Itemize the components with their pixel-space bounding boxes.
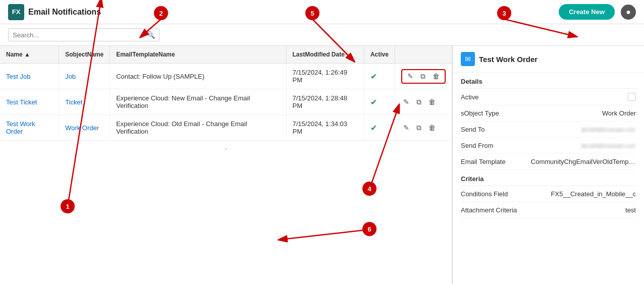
cell-template: Experience Cloud: New Email - Change Ema… (110, 89, 286, 115)
cell-template: Experience Cloud: Old Email - Change Ema… (110, 115, 286, 141)
cell-actions: ✎ ⧉ 🗑 (395, 115, 452, 141)
page-title: Email Notifications (28, 8, 101, 17)
email-icon: ✉ (461, 52, 475, 66)
edit-button[interactable]: ✎ (401, 123, 411, 133)
copy-button[interactable]: ⧉ (414, 97, 423, 107)
col-name[interactable]: Name ▲ (0, 46, 59, 64)
active-label: Active (461, 93, 478, 101)
delete-button[interactable]: 🗑 (426, 123, 438, 133)
action-cell: ✎ ⧉ 🗑 (401, 97, 446, 107)
detail-attachment-criteria: Attachment Criteria test (461, 202, 636, 218)
table-row: Test Work Order Work Order Experience Cl… (0, 115, 452, 141)
cell-actions: ✎ ⧉ 🗑 (395, 89, 452, 115)
detail-conditions-field: Conditions Field FX5__Created_in_Mobile_… (461, 186, 636, 202)
cell-active: ✔ (364, 89, 395, 115)
sobject-type-label: sObject Type (461, 109, 499, 117)
col-sobject[interactable]: SobjectName (59, 46, 110, 64)
fx-logo: FX (8, 4, 24, 20)
cell-actions: ✎ ⧉ 🗑 (395, 64, 452, 89)
active-check-icon: ✔ (370, 124, 377, 132)
send-to-value: abcdef@example.com (580, 127, 636, 133)
sobject-link[interactable]: Ticket (65, 98, 82, 106)
table-panel: Name ▲ SobjectName EmailTemplateName Las… (0, 46, 452, 284)
cell-active: ✔ (364, 64, 395, 89)
header: FX Email Notifications Create New ● (0, 0, 644, 24)
delete-button[interactable]: 🗑 (431, 71, 442, 81)
send-from-label: Send From (461, 142, 493, 149)
cell-lastmodified: 7/15/2024, 1:34:03 PM (286, 115, 364, 141)
col-template[interactable]: EmailTemplateName (110, 46, 286, 64)
action-cell: ✎ ⧉ 🗑 (401, 123, 446, 133)
action-cell-highlighted: ✎ ⧉ 🗑 (401, 69, 446, 84)
active-check-icon: ✔ (370, 98, 377, 106)
cell-lastmodified: 7/15/2024, 1:26:49 PM (286, 64, 364, 89)
detail-send-from: Send From abcdef@example.com (461, 138, 636, 154)
active-checkbox[interactable] (628, 93, 636, 101)
row-name-link[interactable]: Test Ticket (6, 98, 37, 106)
avatar[interactable]: ● (621, 5, 636, 20)
detail-active: Active (461, 89, 636, 105)
email-template-value: CommunityChgEmailVerOldTemplate (531, 158, 636, 165)
right-panel-header: ✉ Test Work Order (453, 46, 644, 73)
right-panel: ✉ Test Work Order Details Active sObject… (452, 46, 644, 284)
table-row: Test Ticket Ticket Experience Cloud: New… (0, 89, 452, 115)
sobject-link[interactable]: Job (65, 73, 76, 80)
cell-sobject: Job (59, 64, 110, 89)
criteria-section: Criteria Conditions Field FX5__Created_i… (453, 170, 644, 218)
copy-button[interactable]: ⧉ (414, 123, 423, 133)
attachment-criteria-label: Attachment Criteria (461, 206, 517, 214)
cell-template: Contact: Follow Up (SAMPLE) (110, 64, 286, 89)
header-right: Create New ● (559, 4, 636, 20)
col-actions (395, 46, 452, 64)
detail-sobject-type: sObject Type Work Order (461, 105, 636, 122)
col-active[interactable]: Active (364, 46, 395, 64)
header-left: FX Email Notifications (8, 4, 101, 20)
cell-name: Test Ticket (0, 89, 59, 115)
detail-email-template: Email Template CommunityChgEmailVerOldTe… (461, 154, 636, 170)
edit-button[interactable]: ✎ (405, 71, 415, 81)
pagination-dash: - (225, 145, 227, 152)
cell-sobject: Work Order (59, 115, 110, 141)
cell-active: ✔ (364, 115, 395, 141)
sobject-type-value: Work Order (602, 109, 636, 117)
cell-lastmodified: 7/15/2024, 1:28:48 PM (286, 89, 364, 115)
search-input-wrap: 🔍 (8, 28, 159, 41)
row-name-link[interactable]: Test Work Order (6, 120, 35, 135)
cell-name: Test Job (0, 64, 59, 89)
criteria-section-header: Criteria (461, 170, 636, 186)
attachment-criteria-value: test (625, 206, 636, 214)
main-layout: Name ▲ SobjectName EmailTemplateName Las… (0, 46, 644, 284)
pagination-area: - (0, 141, 452, 156)
delete-button[interactable]: 🗑 (426, 97, 438, 107)
send-from-value: abcdef@example.com (580, 143, 636, 149)
table-header-row: Name ▲ SobjectName EmailTemplateName Las… (0, 46, 452, 64)
copy-button[interactable]: ⧉ (418, 71, 427, 82)
table-row: Test Job Job Contact: Follow Up (SAMPLE)… (0, 64, 452, 89)
col-lastmodified[interactable]: LastModified Date (286, 46, 364, 64)
search-icon: 🔍 (146, 31, 155, 39)
sobject-link[interactable]: Work Order (65, 124, 99, 132)
conditions-field-value: FX5__Created_in_Mobile__c (551, 190, 636, 198)
conditions-field-label: Conditions Field (461, 190, 508, 198)
cell-sobject: Ticket (59, 89, 110, 115)
active-check-icon: ✔ (370, 72, 377, 81)
create-new-button[interactable]: Create New (559, 4, 615, 20)
sort-indicator: ▲ (24, 51, 30, 58)
detail-send-to: Send To abcdef@example.com (461, 122, 636, 138)
send-to-label: Send To (461, 126, 485, 133)
search-bar: 🔍 (0, 24, 644, 46)
details-section-header: Details (461, 73, 636, 89)
email-template-label: Email Template (461, 158, 506, 165)
notifications-table: Name ▲ SobjectName EmailTemplateName Las… (0, 46, 452, 141)
search-input[interactable] (13, 31, 146, 39)
row-name-link[interactable]: Test Job (6, 73, 30, 80)
right-panel-title: Test Work Order (479, 55, 538, 64)
edit-button[interactable]: ✎ (401, 97, 411, 107)
details-section: Details Active sObject Type Work Order S… (453, 73, 644, 170)
cell-name: Test Work Order (0, 115, 59, 141)
